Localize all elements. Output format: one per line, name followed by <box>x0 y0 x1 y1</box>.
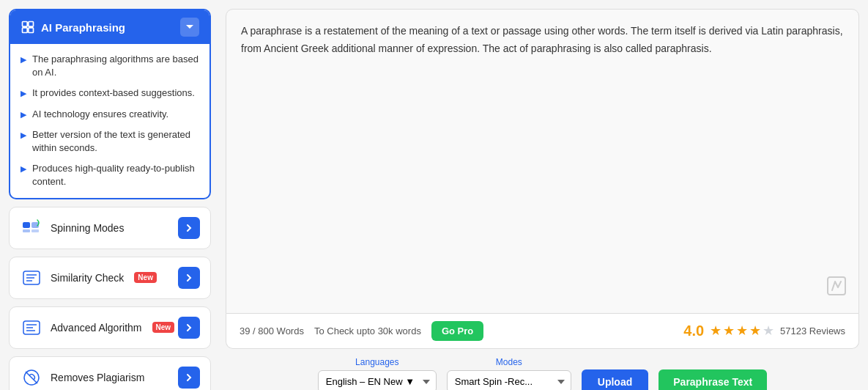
similarity-check-left: Similarity Check New <box>20 266 157 290</box>
stars: ★ ★ ★ ★ ★ <box>710 323 774 339</box>
bullet-3: ▶ <box>21 109 26 120</box>
go-pro-button[interactable]: Go Pro <box>431 321 483 341</box>
removes-plagiarism-icon <box>20 366 43 389</box>
feature-text-2: It provides context-based suggestions. <box>32 87 195 100</box>
languages-label: Languages <box>355 357 398 367</box>
feature-text-3: AI technology ensures creativity. <box>32 108 168 121</box>
similarity-check-card[interactable]: Similarity Check New <box>9 257 211 299</box>
similarity-new-badge: New <box>134 272 157 283</box>
sidebar: AI Paraphrasing ▶ The paraphrasing algor… <box>0 0 220 390</box>
feature-item-2: ▶ It provides context-based suggestions. <box>21 87 199 100</box>
advanced-new-badge: New <box>152 322 175 333</box>
advanced-algorithm-left: Advanced Algorithm New <box>20 316 174 339</box>
spinning-modes-btn[interactable] <box>178 217 200 239</box>
ai-panel-header-left: AI Paraphrasing <box>21 20 125 34</box>
bullet-1: ▶ <box>21 54 26 65</box>
review-count: 57123 Reviews <box>780 325 845 336</box>
svg-rect-1 <box>29 22 34 27</box>
removes-plagiarism-btn[interactable] <box>178 367 200 389</box>
language-select[interactable]: English – EN New ▼ <box>318 370 437 390</box>
languages-section: Languages English – EN New ▼ <box>318 357 437 390</box>
spinning-modes-icon <box>20 216 43 240</box>
similarity-check-btn[interactable] <box>178 267 200 289</box>
removes-plagiarism-label: Removes Plagiarism <box>51 372 144 383</box>
feature-item-4: ▶ Better version of the text is generate… <box>21 128 199 155</box>
editor-text[interactable]: A paraphrase is a restatement of the mea… <box>241 23 844 58</box>
bottom-bar: 39 / 800 Words To Check upto 30k words G… <box>226 314 859 349</box>
star-4: ★ <box>749 323 761 339</box>
similarity-check-label: Similarity Check <box>51 272 124 284</box>
feature-item-3: ▶ AI technology ensures creativity. <box>21 108 199 121</box>
check-label: To Check upto 30k words <box>314 325 421 336</box>
bullet-5: ▶ <box>21 163 26 174</box>
svg-rect-7 <box>31 229 39 232</box>
svg-rect-3 <box>29 28 34 33</box>
ai-panel-header: AI Paraphrasing <box>10 10 209 44</box>
svg-rect-6 <box>23 229 30 232</box>
ai-panel-title: AI Paraphrasing <box>41 21 125 34</box>
spinning-modes-card[interactable]: Spinning Modes <box>9 207 211 249</box>
feature-item-1: ▶ The paraphrasing algorithms are based … <box>21 53 199 79</box>
word-count: 39 / 800 Words <box>240 325 304 336</box>
advanced-algorithm-btn[interactable] <box>178 317 200 339</box>
similarity-check-icon <box>20 266 43 290</box>
ai-panel-body: ▶ The paraphrasing algorithms are based … <box>10 44 209 198</box>
removes-plagiarism-left: Removes Plagiarism <box>20 366 144 389</box>
advanced-algorithm-card[interactable]: Advanced Algorithm New <box>9 306 211 349</box>
modes-label: Modes <box>496 357 522 367</box>
svg-rect-2 <box>23 28 28 33</box>
svg-line-17 <box>26 372 37 383</box>
removes-plagiarism-card[interactable]: Removes Plagiarism <box>9 356 211 391</box>
text-editor[interactable]: A paraphrase is a restatement of the mea… <box>226 9 859 314</box>
feature-item-5: ▶ Produces high-quality ready-to-publish… <box>21 162 199 188</box>
bottom-toolbar: Languages English – EN New ▼ Modes Smart… <box>226 349 859 391</box>
paraphrase-button[interactable]: Paraphrase Text <box>659 369 767 391</box>
watermark-icon <box>825 274 848 303</box>
upload-button[interactable]: Upload <box>582 369 648 391</box>
ai-panel-toggle[interactable] <box>180 18 199 37</box>
feature-text-5: Produces high-quality ready-to-publish c… <box>32 162 199 188</box>
bullet-4: ▶ <box>21 130 26 141</box>
spinning-modes-left: Spinning Modes <box>20 216 124 240</box>
spinning-modes-label: Spinning Modes <box>51 222 124 234</box>
advanced-algorithm-label: Advanced Algorithm <box>51 322 142 334</box>
bullet-2: ▶ <box>21 88 26 99</box>
modes-section: Modes Smart Spin -Rec... <box>447 357 571 390</box>
ai-panel: AI Paraphrasing ▶ The paraphrasing algor… <box>9 9 211 199</box>
feature-text-1: The paraphrasing algorithms are based on… <box>32 53 199 79</box>
main-content: A paraphrase is a restatement of the mea… <box>220 0 868 390</box>
mode-select[interactable]: Smart Spin -Rec... <box>447 370 571 390</box>
star-1: ★ <box>710 323 722 339</box>
svg-rect-4 <box>23 222 30 228</box>
ai-icon <box>21 20 35 34</box>
star-3: ★ <box>736 323 748 339</box>
svg-rect-0 <box>23 22 28 27</box>
star-5: ★ <box>763 323 774 339</box>
rating-number: 4.0 <box>683 323 704 339</box>
rating-section: 4.0 ★ ★ ★ ★ ★ 57123 Reviews <box>683 323 845 339</box>
advanced-algorithm-icon <box>20 316 43 339</box>
star-2: ★ <box>723 323 735 339</box>
feature-text-4: Better version of the text is generated … <box>32 128 199 155</box>
